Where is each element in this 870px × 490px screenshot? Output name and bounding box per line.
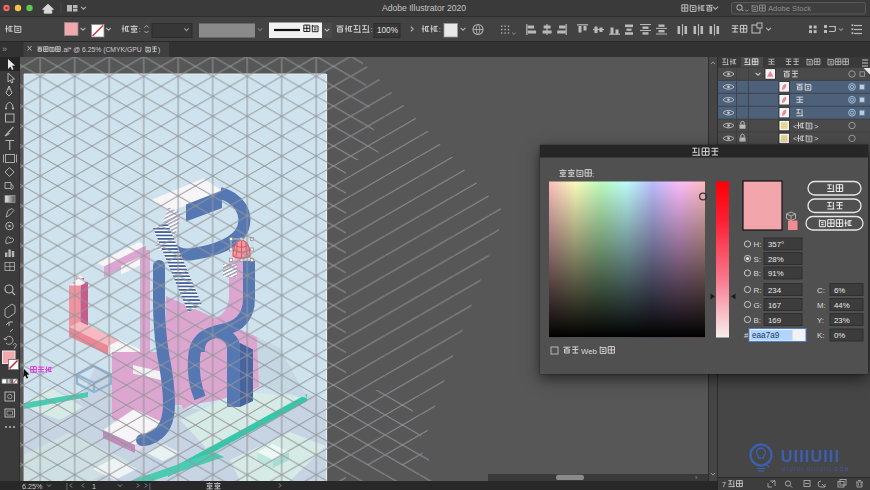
svg-text:B:: B:	[754, 316, 761, 325]
svg-text::: :	[371, 25, 373, 34]
svg-text:169: 169	[768, 316, 781, 325]
svg-text:G:: G:	[754, 301, 762, 310]
svg-text:eaa7a9: eaa7a9	[752, 331, 780, 340]
svg-text:357°: 357°	[768, 240, 784, 249]
svg-text:0%: 0%	[834, 331, 845, 340]
svg-text:44%: 44%	[834, 301, 850, 310]
svg-text:»: »	[2, 44, 7, 54]
svg-text:|: |	[149, 482, 151, 490]
svg-text:B:: B:	[754, 269, 761, 278]
svg-text:6.25%: 6.25%	[22, 482, 43, 490]
svg-text:Adobe Stock: Adobe Stock	[768, 4, 811, 13]
svg-text:Y:: Y:	[817, 316, 824, 325]
svg-text:7: 7	[722, 480, 726, 489]
svg-text:Adobe Illustrator 2020: Adobe Illustrator 2020	[382, 3, 466, 13]
svg-text:K:: K:	[817, 331, 824, 340]
svg-text:28%: 28%	[768, 255, 784, 264]
svg-text:234: 234	[768, 286, 782, 295]
svg-text:UIUIUI UIIIUIII COM: UIUIUI UIIIUIII COM	[782, 467, 850, 472]
svg-text::: :	[592, 170, 594, 179]
svg-text:.ai* @ 6.25% (CMYK/GPU: .ai* @ 6.25% (CMYK/GPU	[62, 46, 142, 54]
svg-text:|: |	[66, 482, 68, 490]
svg-text:23%: 23%	[834, 316, 850, 325]
svg-text:Web: Web	[581, 347, 598, 356]
svg-text:>: >	[814, 122, 819, 131]
svg-text:6%: 6%	[834, 286, 845, 295]
svg-text:91%: 91%	[768, 269, 784, 278]
svg-text:<: <	[793, 134, 798, 143]
svg-text:C:: C:	[817, 286, 825, 295]
svg-text:M:: M:	[817, 301, 826, 310]
svg-text:#: #	[744, 331, 749, 340]
svg-text:167: 167	[768, 301, 781, 310]
svg-text:>: >	[814, 134, 819, 143]
svg-text::: :	[439, 25, 441, 34]
svg-text:UIIIUIII: UIIIUIII	[781, 448, 840, 465]
svg-text:R:: R:	[754, 286, 762, 295]
svg-text:): )	[158, 46, 160, 54]
svg-text:100%: 100%	[377, 26, 398, 35]
svg-text::: :	[139, 25, 141, 34]
svg-text:S:: S:	[754, 255, 761, 264]
svg-text:<: <	[793, 122, 798, 131]
svg-text:H:: H:	[754, 240, 762, 249]
svg-text:1: 1	[92, 482, 96, 490]
